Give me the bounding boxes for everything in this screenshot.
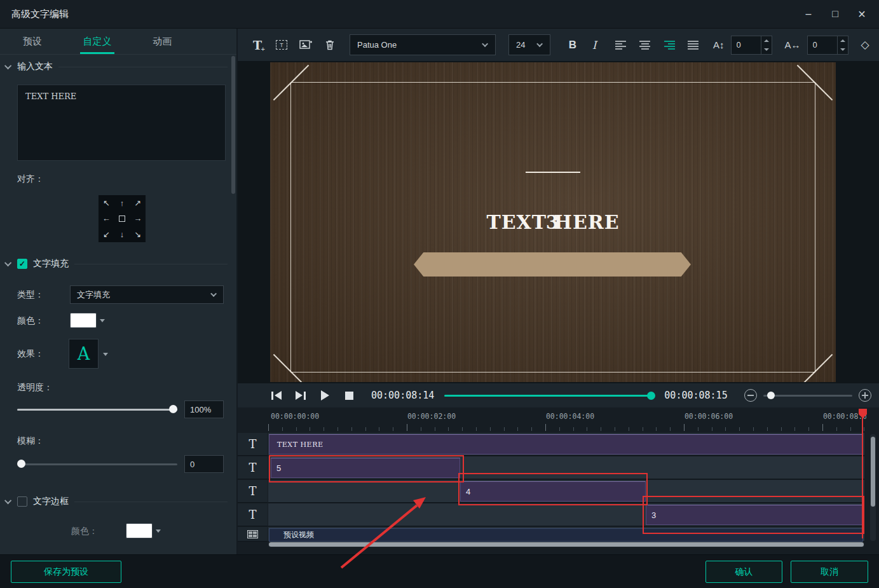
- stepper-down-button[interactable]: [838, 45, 848, 54]
- next-frame-button[interactable]: [292, 387, 309, 404]
- previous-frame-button[interactable]: [268, 387, 285, 404]
- track-lane[interactable]: 预设视频: [268, 527, 864, 542]
- align-center-icon[interactable]: [636, 36, 655, 54]
- color-swatch[interactable]: [70, 313, 97, 328]
- font-size-dropdown[interactable]: 24: [508, 34, 550, 55]
- align-right[interactable]: →: [130, 211, 146, 227]
- chevron-down-icon[interactable]: [4, 259, 11, 266]
- stepper-up-button[interactable]: [838, 36, 848, 45]
- track-lane[interactable]: 4: [268, 480, 864, 503]
- trash-icon[interactable]: [322, 37, 338, 53]
- tab-presets[interactable]: 预设: [0, 29, 65, 54]
- color-dropdown[interactable]: [97, 313, 108, 328]
- track-lane[interactable]: TEXT HERE: [268, 433, 864, 456]
- opacity-slider[interactable]: [17, 405, 177, 414]
- slider-thumb[interactable]: [17, 460, 25, 468]
- clip-label: 预设视频: [269, 530, 314, 540]
- fill-effect-dropdown[interactable]: [100, 348, 111, 360]
- align-top-left[interactable]: ↖: [99, 195, 114, 211]
- zoom-in-button[interactable]: [859, 389, 871, 402]
- play-button[interactable]: [317, 387, 333, 404]
- line-spacing-input[interactable]: [732, 36, 761, 54]
- window-title: 高级文字编辑: [0, 8, 69, 20]
- border-checkbox[interactable]: [17, 496, 27, 507]
- fill-checkbox[interactable]: [17, 259, 27, 269]
- color-swatch[interactable]: [126, 523, 153, 538]
- opacity-value[interactable]: 100%: [184, 400, 224, 418]
- align-center[interactable]: [114, 211, 130, 227]
- track-lane[interactable]: 3: [268, 503, 864, 526]
- letter-spacing-input[interactable]: [808, 36, 837, 54]
- chevron-down-icon[interactable]: [4, 497, 11, 504]
- slider-track[interactable]: [17, 463, 177, 465]
- border-color-picker[interactable]: [126, 523, 164, 538]
- align-top-right[interactable]: ↗: [130, 195, 146, 211]
- close-button[interactable]: ✕: [851, 4, 873, 24]
- confirm-button[interactable]: 确认: [705, 561, 782, 583]
- line-spacing-icon: A↕: [713, 39, 725, 50]
- text-box-icon[interactable]: [273, 37, 290, 53]
- text-track-icon: T: [238, 456, 268, 479]
- fill-type-dropdown[interactable]: 文字填充: [70, 285, 224, 304]
- tab-animation[interactable]: 动画: [130, 29, 194, 54]
- blur-slider[interactable]: [17, 460, 177, 468]
- minimize-button[interactable]: –: [798, 4, 819, 24]
- stepper-down-button[interactable]: [761, 45, 772, 54]
- preview-banner-shape[interactable]: [414, 252, 691, 277]
- save-as-preset-button[interactable]: 保存为预设: [11, 561, 121, 583]
- fill-type-value: 文字填充: [77, 289, 110, 301]
- timeline-clip-3[interactable]: 3: [646, 505, 862, 525]
- timeline-clip-text1[interactable]: TEXT HERE: [269, 434, 863, 455]
- font-family-dropdown[interactable]: Patua One: [350, 34, 496, 55]
- timeline-clip-5[interactable]: 5: [271, 458, 460, 478]
- blur-value[interactable]: 0: [184, 455, 224, 473]
- slider-thumb[interactable]: [169, 405, 177, 413]
- chevron-down-icon: [100, 319, 105, 322]
- zoom-thumb[interactable]: [767, 392, 775, 399]
- seek-thumb[interactable]: [647, 392, 655, 400]
- tab-animation-label: 动画: [153, 36, 172, 48]
- timeline-clip-video[interactable]: 预设视频: [269, 528, 863, 542]
- add-image-icon[interactable]: [297, 37, 314, 53]
- timeline-clip-4[interactable]: 4: [460, 481, 646, 502]
- align-top[interactable]: ↑: [114, 195, 130, 211]
- scrollbar-thumb[interactable]: [269, 542, 864, 547]
- italic-button[interactable]: I: [583, 36, 605, 55]
- bold-button[interactable]: B: [562, 36, 583, 55]
- line-spacing-stepper: [731, 36, 772, 55]
- color-dropdown[interactable]: [153, 523, 164, 538]
- align-bottom-right[interactable]: ↘: [130, 226, 146, 242]
- right-panel: Patua One 24 B I A↕: [238, 29, 879, 554]
- letter-spacing-stepper: [807, 36, 848, 55]
- panel-scrollbar[interactable]: [231, 56, 235, 194]
- fill-color-picker[interactable]: [70, 313, 108, 328]
- align-bottom-left[interactable]: ↙: [99, 226, 114, 242]
- tab-custom[interactable]: 自定义: [65, 29, 130, 54]
- text-input[interactable]: TEXT HERE: [17, 85, 226, 161]
- timeline-zoom-slider[interactable]: [763, 391, 852, 400]
- align-left[interactable]: ←: [99, 211, 114, 227]
- keyframe-diamond-icon[interactable]: ◇: [861, 38, 869, 51]
- divider: [58, 67, 228, 67]
- cancel-button[interactable]: 取消: [791, 561, 868, 583]
- timeline-ruler[interactable]: 00:00:00:00 00:00:02:00 00:00:04:00 00:0…: [238, 407, 866, 433]
- font-family-value: Patua One: [357, 40, 397, 50]
- chevron-down-icon[interactable]: [4, 62, 11, 69]
- preview-canvas[interactable]: TEXT HERE 3: [270, 62, 836, 382]
- align-bottom[interactable]: ↓: [114, 226, 130, 242]
- maximize-button[interactable]: □: [824, 4, 846, 24]
- fill-effect-button[interactable]: A: [69, 339, 99, 369]
- zoom-track[interactable]: [763, 395, 852, 397]
- zoom-out-button[interactable]: [744, 389, 757, 402]
- seek-slider[interactable]: [444, 391, 654, 400]
- stop-button[interactable]: [341, 387, 357, 404]
- stepper-up-button[interactable]: [761, 36, 772, 45]
- scrollbar-thumb[interactable]: [871, 437, 875, 507]
- tab-presets-label: 预设: [23, 36, 42, 48]
- add-text-icon[interactable]: [249, 37, 266, 53]
- align-right-icon[interactable]: [660, 36, 679, 54]
- align-justify-icon[interactable]: [684, 36, 703, 54]
- track-lane[interactable]: 5: [268, 456, 864, 479]
- align-left-icon[interactable]: [611, 36, 630, 54]
- playhead-line: [862, 418, 863, 538]
